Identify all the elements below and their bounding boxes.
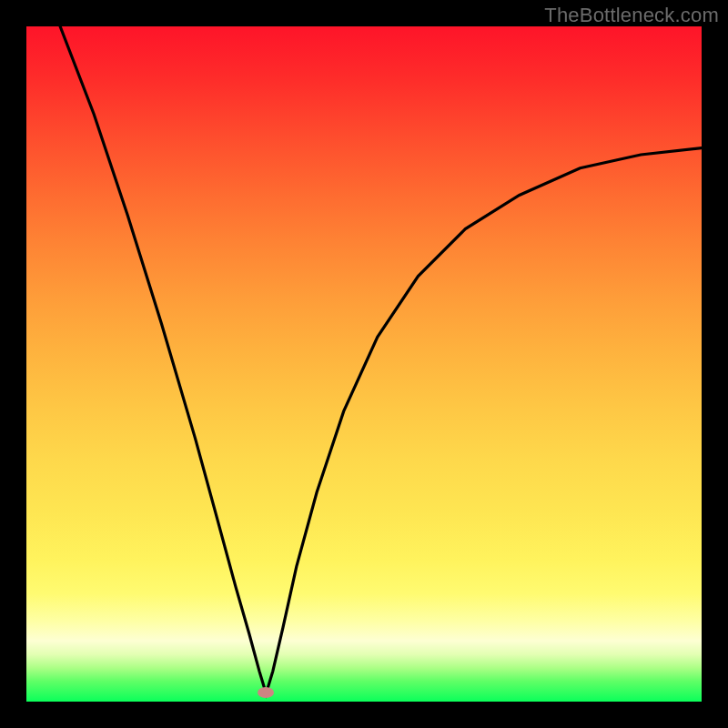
plot-area: [26, 26, 702, 702]
optimal-point-marker: [258, 687, 274, 698]
chart-frame: TheBottleneck.com: [0, 0, 728, 728]
watermark-text: TheBottleneck.com: [544, 4, 719, 27]
bottleneck-curve: [26, 26, 702, 702]
